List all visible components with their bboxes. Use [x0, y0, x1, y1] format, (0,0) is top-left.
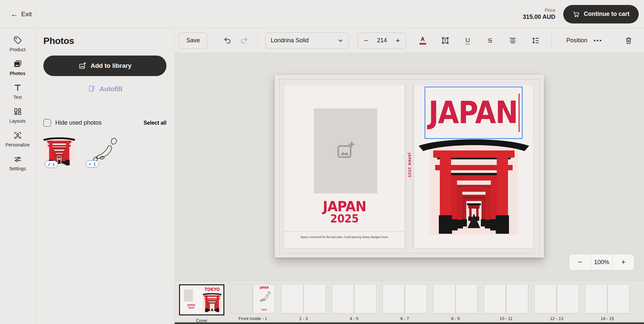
font-family-select[interactable]: Londrina Solid	[265, 32, 349, 49]
filmstrip-item-2-3[interactable]: 2 - 3	[281, 284, 326, 324]
photos-icon	[13, 60, 22, 68]
mini-inside-title: JAPAN	[253, 286, 275, 290]
text-align-button[interactable]	[506, 34, 519, 47]
delete-button[interactable]	[622, 34, 635, 47]
front-inside-right-page: JAPAN	[253, 284, 275, 313]
barcode-note: Space reserved for the barcode. Avoid pl…	[284, 235, 405, 239]
page-thumb	[354, 284, 376, 313]
zoom-out-button[interactable]: −	[569, 254, 591, 270]
sidebar-item-layouts[interactable]: Layouts	[0, 107, 35, 124]
text-frame-button[interactable]	[439, 34, 451, 47]
top-bar: ← Exit Price 315.00 AUD Continue to cart	[0, 0, 644, 28]
filmstrip-item-8-9[interactable]: 8 - 9	[433, 284, 478, 324]
photo-library-grid: ✓ 1	[43, 137, 166, 166]
filmstrip-label: 10 - 11	[499, 316, 513, 321]
select-all-button[interactable]: Select all	[144, 120, 166, 126]
autofill-button[interactable]: Autofill	[43, 85, 166, 93]
workspace: Save Londrina Solid	[175, 28, 644, 324]
text-frame-icon	[441, 36, 449, 45]
filmstrip-item-12-13[interactable]: 12 - 13	[534, 284, 579, 324]
font-size-increase-button[interactable]: +	[391, 36, 405, 45]
add-to-library-button[interactable]: Add to library	[43, 56, 166, 76]
exit-button[interactable]: ← Exit	[11, 11, 32, 18]
front-inside-thumbnail: JAPAN	[231, 284, 275, 313]
ellipsis-icon: •••	[594, 37, 603, 44]
panel-title: Photos	[43, 36, 166, 46]
continue-to-cart-button[interactable]: Continue to cart	[563, 5, 639, 23]
cover-thumb-front: TOKYO	[202, 286, 222, 313]
undo-button[interactable]	[221, 34, 234, 47]
photo-used-count-badge: ✓ 1	[86, 160, 99, 168]
sidebar-item-text[interactable]: Text	[0, 83, 35, 100]
filmstrip-item-4-5[interactable]: 4 - 5	[332, 284, 376, 324]
chevron-down-icon	[338, 38, 343, 43]
zoom-in-button[interactable]: +	[612, 254, 634, 270]
left-rail: Product Photos Text	[0, 28, 35, 324]
spine[interactable]: JAPAN 2025	[405, 85, 414, 248]
sidebar-item-label: Personalize	[5, 142, 29, 147]
filmstrip-item-14-15[interactable]: 14 - 15	[585, 284, 629, 324]
position-button[interactable]: Position	[566, 37, 587, 44]
line-spacing-button[interactable]	[529, 34, 541, 47]
font-size-decrease-button[interactable]: −	[359, 36, 373, 45]
library-controls-row: Hide used photos Select all	[43, 119, 166, 127]
front-cover-page[interactable]: JAPAN	[414, 85, 533, 248]
sidebar-item-settings[interactable]: Settings	[0, 155, 35, 171]
text-toolbar: Save Londrina Solid	[175, 28, 644, 53]
page-filmstrip: JAPAN 2025 TOKYO	[175, 281, 644, 324]
strikethrough-icon: S	[488, 37, 492, 44]
filmstrip-item-cover[interactable]: JAPAN 2025 TOKYO	[179, 284, 224, 324]
mini-placeholder	[184, 289, 193, 302]
text-cursor	[519, 94, 520, 132]
library-photo-torii[interactable]: ✓ 1	[43, 137, 75, 166]
back-cover-page[interactable]: JAPAN 2025 Space reserved for the barcod…	[284, 85, 405, 248]
price-value: 315.00 AUD	[523, 14, 555, 20]
sidebar-item-personalize[interactable]: Personalize	[0, 131, 35, 147]
continue-to-cart-label: Continue to cart	[584, 11, 629, 18]
cart-icon	[573, 11, 580, 18]
price-block: Price 315.00 AUD	[523, 8, 555, 20]
text-color-button[interactable]: A	[416, 34, 429, 47]
mini-japan-map	[256, 290, 272, 304]
filmstrip-label: 6 - 7	[400, 316, 409, 321]
zoom-control: − 100% +	[569, 254, 634, 270]
mini-back-title: JAPAN 2025	[181, 304, 202, 309]
library-photo-japan-map[interactable]: ✓ 1	[84, 137, 120, 166]
text-color-icon: A	[419, 36, 426, 45]
cover-spread[interactable]: JAPAN 2025 Space reserved for the barcod…	[275, 75, 544, 258]
underline-icon: U	[465, 37, 470, 44]
more-options-button[interactable]: •••	[592, 34, 604, 47]
image-placeholder-dropzone[interactable]	[314, 108, 377, 193]
filmstrip-label: 14 - 15	[601, 316, 614, 321]
save-button[interactable]: Save	[179, 32, 207, 49]
cover-thumbnail: JAPAN 2025 TOKYO	[179, 284, 224, 315]
font-size-value: 214	[377, 37, 387, 44]
photo-used-count-badge: ✓ 1	[45, 161, 58, 168]
add-image-placeholder-icon	[335, 141, 356, 161]
design-canvas[interactable]: JAPAN 2025 Space reserved for the barcod…	[175, 53, 644, 281]
page-thumb	[405, 284, 427, 313]
hide-used-photos-toggle[interactable]: Hide used photos	[43, 119, 102, 127]
window-bottom-edge	[175, 322, 644, 324]
zoom-level: 100%	[591, 254, 613, 270]
redo-button[interactable]	[238, 34, 250, 47]
sidebar-item-photos[interactable]: Photos	[0, 60, 35, 76]
sidebar-item-label: Text	[13, 95, 22, 100]
underline-button[interactable]: U	[461, 34, 474, 47]
back-cover-title[interactable]: JAPAN 2025	[284, 200, 405, 224]
front-cover-title[interactable]: JAPAN	[429, 98, 518, 128]
strikethrough-button[interactable]: S	[484, 34, 496, 47]
sidebar-item-product[interactable]: Product	[0, 36, 35, 52]
checkbox-unchecked[interactable]	[43, 119, 51, 127]
page-thumb	[506, 284, 528, 313]
torii-gates-artwork[interactable]	[418, 137, 530, 236]
spine-text[interactable]: JAPAN 2025	[408, 153, 411, 178]
filmstrip-item-6-7[interactable]: 6 - 7	[383, 284, 427, 324]
topbar-right: Price 315.00 AUD Continue to cart	[523, 5, 639, 23]
selected-text-box[interactable]: JAPAN	[425, 87, 523, 139]
filmstrip-item-10-11[interactable]: 10 - 11	[484, 284, 528, 324]
autofill-sparkle-icon	[88, 85, 96, 93]
trash-icon	[624, 36, 633, 45]
filmstrip-label: 2 - 3	[299, 316, 308, 321]
filmstrip-item-front-inside-1[interactable]: JAPAN	[231, 284, 275, 324]
